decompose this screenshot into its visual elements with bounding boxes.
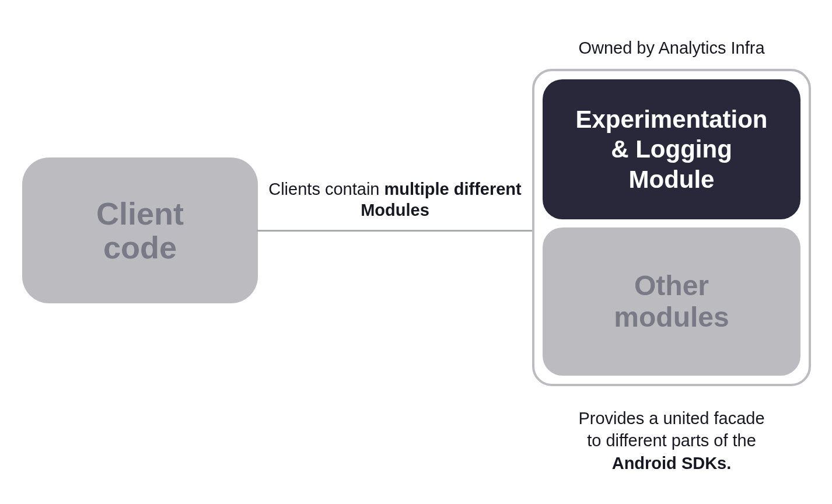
client-code-box: Client code [22,158,258,303]
client-code-label: Client code [96,197,184,265]
connector-label-prefix: Clients contain [268,180,384,198]
experimentation-logging-module-box: Experimentation & Logging Module [543,79,800,219]
owned-by-caption: Owned by Analytics Infra [532,38,811,58]
facade-caption-prefix: Provides a united facade to different pa… [578,409,764,450]
diagram-stage: Client code Clients contain multiple dif… [0,0,832,504]
connector-label: Clients contain multiple different Modul… [257,178,533,221]
connector-line [257,230,532,232]
experimentation-logging-module-label: Experimentation & Logging Module [575,104,767,194]
modules-container: Experimentation & Logging Module Other m… [532,69,811,386]
other-modules-label: Other modules [614,270,729,333]
facade-caption: Provides a united facade to different pa… [532,407,811,474]
facade-caption-bold: Android SDKs. [612,454,732,473]
other-modules-box: Other modules [543,228,800,376]
connector-label-bold: multiple different Modules [361,180,522,219]
